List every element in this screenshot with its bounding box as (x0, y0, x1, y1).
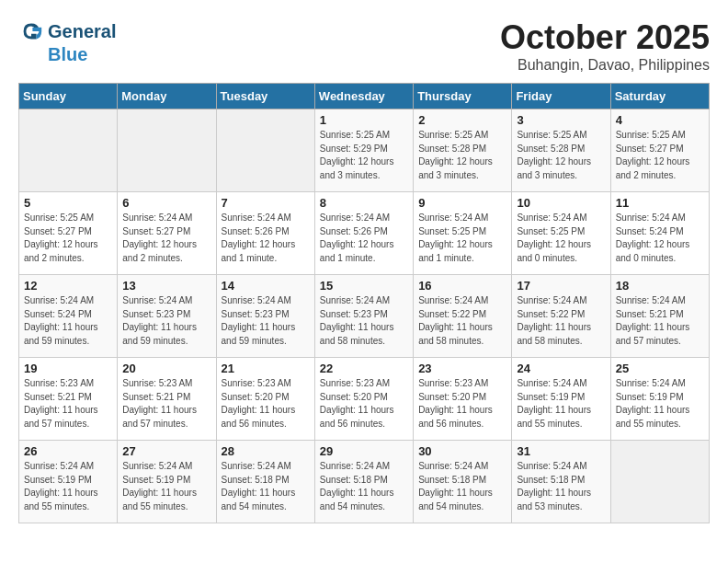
day-number: 31 (517, 444, 605, 458)
weekday-header-row: SundayMondayTuesdayWednesdayThursdayFrid… (19, 84, 710, 109)
calendar-week-row: 1Sunrise: 5:25 AMSunset: 5:29 PMDaylight… (19, 109, 710, 192)
calendar-cell: 28Sunrise: 5:24 AMSunset: 5:18 PMDayligh… (216, 441, 314, 523)
day-number: 30 (418, 444, 506, 458)
day-number: 26 (24, 444, 112, 458)
day-number: 9 (418, 196, 506, 210)
calendar-cell: 7Sunrise: 5:24 AMSunset: 5:26 PMDaylight… (216, 192, 314, 275)
day-number: 2 (418, 113, 506, 127)
day-number: 21 (222, 362, 310, 375)
calendar-cell: 9Sunrise: 5:24 AMSunset: 5:25 PMDaylight… (414, 192, 512, 275)
calendar-table: SundayMondayTuesdayWednesdayThursdayFrid… (18, 83, 710, 523)
calendar-cell: 24Sunrise: 5:24 AMSunset: 5:19 PMDayligh… (512, 358, 610, 441)
day-info: Sunrise: 5:23 AMSunset: 5:21 PMDaylight:… (24, 377, 112, 431)
day-info: Sunrise: 5:24 AMSunset: 5:22 PMDaylight:… (517, 294, 605, 348)
day-number: 10 (517, 196, 605, 210)
calendar-cell: 13Sunrise: 5:24 AMSunset: 5:23 PMDayligh… (118, 275, 216, 358)
logo-text: General (48, 21, 116, 42)
day-info: Sunrise: 5:24 AMSunset: 5:24 PMDaylight:… (616, 212, 704, 265)
day-number: 3 (517, 113, 605, 127)
day-info: Sunrise: 5:24 AMSunset: 5:25 PMDaylight:… (517, 212, 605, 265)
calendar-cell: 17Sunrise: 5:24 AMSunset: 5:22 PMDayligh… (512, 275, 610, 358)
day-info: Sunrise: 5:25 AMSunset: 5:27 PMDaylight:… (24, 212, 112, 265)
day-number: 12 (24, 279, 112, 293)
calendar-cell: 27Sunrise: 5:24 AMSunset: 5:19 PMDayligh… (118, 441, 216, 523)
calendar-cell: 3Sunrise: 5:25 AMSunset: 5:28 PMDaylight… (512, 109, 610, 192)
calendar-cell: 5Sunrise: 5:25 AMSunset: 5:27 PMDaylight… (19, 192, 118, 275)
weekday-header-thursday: Thursday (414, 84, 512, 109)
calendar-cell: 31Sunrise: 5:24 AMSunset: 5:18 PMDayligh… (512, 441, 610, 523)
day-info: Sunrise: 5:25 AMSunset: 5:28 PMDaylight:… (517, 129, 605, 182)
calendar-cell: 18Sunrise: 5:24 AMSunset: 5:21 PMDayligh… (610, 275, 709, 358)
day-info: Sunrise: 5:24 AMSunset: 5:19 PMDaylight:… (517, 377, 605, 431)
day-info: Sunrise: 5:24 AMSunset: 5:18 PMDaylight:… (517, 460, 605, 513)
location-title: Buhangin, Davao, Philippines (500, 57, 710, 74)
day-info: Sunrise: 5:24 AMSunset: 5:23 PMDaylight:… (122, 294, 210, 348)
calendar-cell: 20Sunrise: 5:23 AMSunset: 5:21 PMDayligh… (118, 358, 216, 441)
weekday-header-wednesday: Wednesday (314, 84, 413, 109)
day-number: 6 (122, 196, 210, 210)
day-number: 15 (320, 279, 408, 293)
day-info: Sunrise: 5:24 AMSunset: 5:26 PMDaylight:… (320, 212, 408, 265)
day-number: 1 (320, 113, 408, 127)
calendar-cell: 16Sunrise: 5:24 AMSunset: 5:22 PMDayligh… (414, 275, 512, 358)
day-info: Sunrise: 5:24 AMSunset: 5:18 PMDaylight:… (222, 460, 310, 513)
day-info: Sunrise: 5:24 AMSunset: 5:23 PMDaylight:… (222, 294, 310, 348)
day-number: 20 (122, 362, 210, 375)
weekday-header-sunday: Sunday (19, 84, 118, 109)
calendar-week-row: 19Sunrise: 5:23 AMSunset: 5:21 PMDayligh… (19, 358, 710, 441)
day-number: 14 (222, 279, 310, 293)
day-info: Sunrise: 5:24 AMSunset: 5:19 PMDaylight:… (24, 460, 112, 513)
day-number: 5 (24, 196, 112, 210)
calendar-cell: 8Sunrise: 5:24 AMSunset: 5:26 PMDaylight… (314, 192, 413, 275)
day-info: Sunrise: 5:24 AMSunset: 5:24 PMDaylight:… (24, 294, 112, 348)
day-number: 7 (222, 196, 310, 210)
calendar-cell: 23Sunrise: 5:23 AMSunset: 5:20 PMDayligh… (414, 358, 512, 441)
day-info: Sunrise: 5:23 AMSunset: 5:21 PMDaylight:… (122, 377, 210, 431)
calendar-cell: 1Sunrise: 5:25 AMSunset: 5:29 PMDaylight… (314, 109, 413, 192)
day-info: Sunrise: 5:24 AMSunset: 5:25 PMDaylight:… (418, 212, 506, 265)
day-number: 17 (517, 279, 605, 293)
calendar-week-row: 5Sunrise: 5:25 AMSunset: 5:27 PMDaylight… (19, 192, 710, 275)
calendar-cell: 6Sunrise: 5:24 AMSunset: 5:27 PMDaylight… (118, 192, 216, 275)
calendar-cell (216, 109, 314, 192)
calendar-cell: 19Sunrise: 5:23 AMSunset: 5:21 PMDayligh… (19, 358, 118, 441)
day-info: Sunrise: 5:24 AMSunset: 5:27 PMDaylight:… (122, 212, 210, 265)
day-info: Sunrise: 5:24 AMSunset: 5:18 PMDaylight:… (418, 460, 506, 513)
day-info: Sunrise: 5:24 AMSunset: 5:26 PMDaylight:… (222, 212, 310, 265)
logo: General Blue (18, 18, 116, 65)
calendar-cell: 29Sunrise: 5:24 AMSunset: 5:18 PMDayligh… (314, 441, 413, 523)
logo-icon (18, 18, 44, 44)
weekday-header-saturday: Saturday (610, 84, 709, 109)
calendar-cell (19, 109, 118, 192)
calendar-week-row: 12Sunrise: 5:24 AMSunset: 5:24 PMDayligh… (19, 275, 710, 358)
calendar-cell (118, 109, 216, 192)
day-number: 25 (616, 362, 704, 375)
calendar-cell: 22Sunrise: 5:23 AMSunset: 5:20 PMDayligh… (314, 358, 413, 441)
calendar-week-row: 26Sunrise: 5:24 AMSunset: 5:19 PMDayligh… (19, 441, 710, 523)
calendar-cell: 21Sunrise: 5:23 AMSunset: 5:20 PMDayligh… (216, 358, 314, 441)
day-info: Sunrise: 5:25 AMSunset: 5:28 PMDaylight:… (418, 129, 506, 182)
day-info: Sunrise: 5:24 AMSunset: 5:19 PMDaylight:… (616, 377, 704, 431)
calendar-cell: 4Sunrise: 5:25 AMSunset: 5:27 PMDaylight… (610, 109, 709, 192)
day-number: 18 (616, 279, 704, 293)
day-number: 8 (320, 196, 408, 210)
title-block: October 2025 Buhangin, Davao, Philippine… (500, 18, 710, 74)
calendar-cell: 25Sunrise: 5:24 AMSunset: 5:19 PMDayligh… (610, 358, 709, 441)
month-title: October 2025 (500, 18, 710, 57)
day-info: Sunrise: 5:25 AMSunset: 5:27 PMDaylight:… (616, 129, 704, 182)
day-number: 24 (517, 362, 605, 375)
calendar-cell: 11Sunrise: 5:24 AMSunset: 5:24 PMDayligh… (610, 192, 709, 275)
day-info: Sunrise: 5:23 AMSunset: 5:20 PMDaylight:… (320, 377, 408, 431)
page-header: General Blue October 2025 Buhangin, Dava… (18, 18, 710, 74)
logo-blue-text: Blue (48, 44, 87, 65)
calendar-cell: 2Sunrise: 5:25 AMSunset: 5:28 PMDaylight… (414, 109, 512, 192)
day-number: 29 (320, 444, 408, 458)
day-info: Sunrise: 5:24 AMSunset: 5:22 PMDaylight:… (418, 294, 506, 348)
calendar-cell: 14Sunrise: 5:24 AMSunset: 5:23 PMDayligh… (216, 275, 314, 358)
calendar-cell: 26Sunrise: 5:24 AMSunset: 5:19 PMDayligh… (19, 441, 118, 523)
weekday-header-friday: Friday (512, 84, 610, 109)
day-info: Sunrise: 5:24 AMSunset: 5:23 PMDaylight:… (320, 294, 408, 348)
calendar-cell: 12Sunrise: 5:24 AMSunset: 5:24 PMDayligh… (19, 275, 118, 358)
calendar-cell (610, 441, 709, 523)
day-number: 13 (122, 279, 210, 293)
